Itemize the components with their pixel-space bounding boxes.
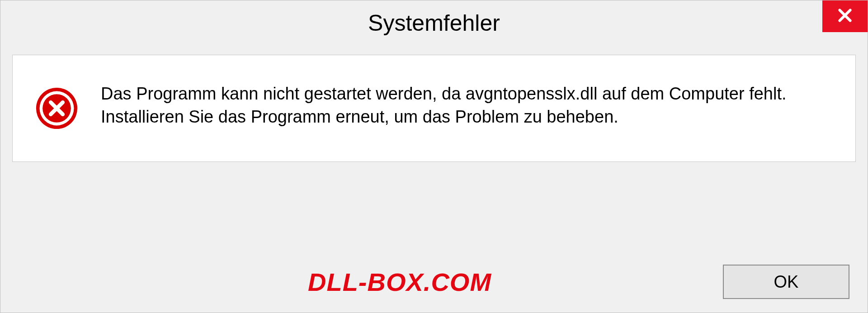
content-area: Das Programm kann nicht gestartet werden… — [12, 55, 856, 162]
titlebar: Systemfehler — [0, 0, 868, 46]
watermark-text: DLL-BOX.COM — [308, 267, 491, 297]
ok-button[interactable]: OK — [723, 265, 849, 299]
ok-button-label: OK — [774, 272, 799, 292]
error-dialog: Systemfehler Das Programm kann nicht ges… — [0, 0, 868, 313]
footer: DLL-BOX.COM OK — [0, 265, 868, 299]
close-button[interactable] — [822, 0, 868, 32]
error-message: Das Programm kann nicht gestartet werden… — [101, 82, 833, 129]
dialog-title: Systemfehler — [368, 10, 500, 36]
error-icon — [35, 87, 78, 130]
close-icon — [836, 6, 854, 26]
